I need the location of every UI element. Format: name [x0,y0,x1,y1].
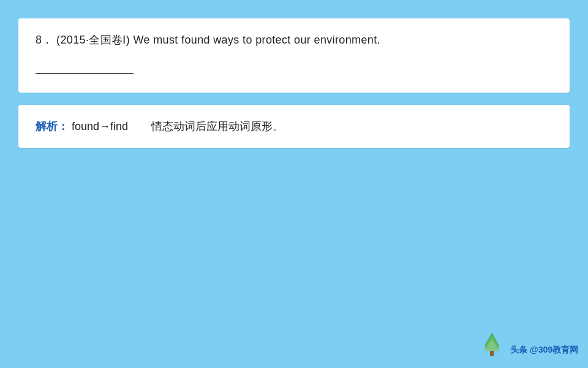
main-container: 8． (2015·全国卷Ⅰ) We must found ways to pro… [0,0,588,368]
question-source: (2015·全国卷Ⅰ) [56,34,130,46]
analysis-spacing [134,120,146,132]
tree-icon [477,329,507,358]
question-text: 8． (2015·全国卷Ⅰ) We must found ways to pro… [36,31,552,50]
analysis-label: 解析： [36,120,69,132]
watermark-text: 头条 @309教育网 [510,345,578,356]
analysis-correction: found→find [72,120,128,132]
answer-line [36,61,134,74]
analysis-box: 解析： found→find 情态动词后应用动词原形。 [18,105,570,148]
analysis-explanation: 情态动词后应用动词原形。 [151,120,284,132]
watermark: 头条 @309教育网 [477,329,578,358]
question-english: We must found ways to protect our enviro… [133,34,380,46]
question-box: 8． (2015·全国卷Ⅰ) We must found ways to pro… [18,18,570,93]
analysis-text: 解析： found→find 情态动词后应用动词原形。 [36,117,552,136]
question-number: 8． [36,34,53,46]
